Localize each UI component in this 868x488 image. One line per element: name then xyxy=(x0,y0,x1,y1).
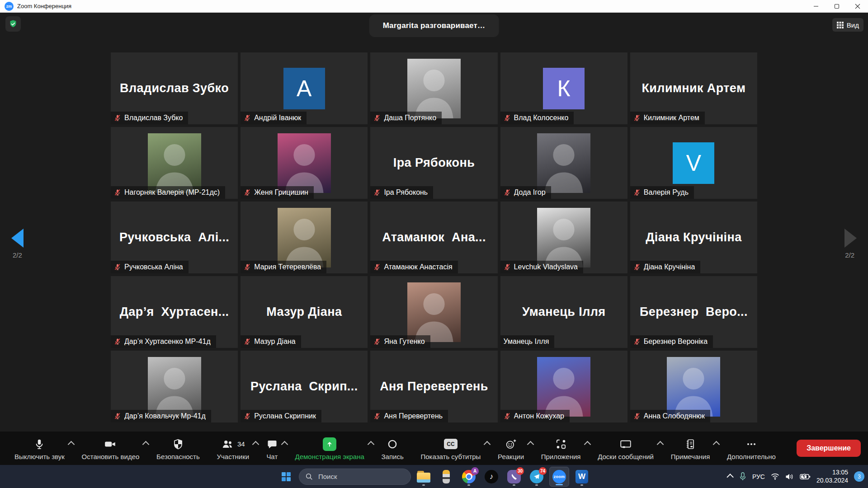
window-title: Zoom Конференция xyxy=(17,3,71,9)
participant-tile[interactable]: Женя Грицишин xyxy=(241,127,368,199)
start-button[interactable] xyxy=(276,467,296,487)
participant-video xyxy=(537,357,590,417)
participant-name-label: Мария Тетеревлёва xyxy=(241,261,326,273)
toolbar-video-button[interactable]: Остановить видео xyxy=(75,436,147,460)
notification-count-badge[interactable]: 3 xyxy=(854,471,864,482)
battery-indicator[interactable] xyxy=(800,474,811,480)
taskbar-zoom-icon[interactable]: zoom xyxy=(549,467,569,487)
video-options-caret[interactable] xyxy=(142,441,150,448)
encryption-shield-button[interactable] xyxy=(5,16,21,32)
participant-display-name: Березнер Веро... xyxy=(640,305,748,319)
participant-tile[interactable]: Ручковська Алі...Ручковська Аліна xyxy=(111,202,238,273)
participant-avatar: К xyxy=(543,68,585,109)
muted-mic-icon xyxy=(504,413,511,420)
participant-display-name: Мазур Діана xyxy=(266,305,342,319)
language-indicator[interactable]: РУС xyxy=(752,473,765,480)
search-input[interactable] xyxy=(317,472,396,481)
toolbar-reactions-label: Реакции xyxy=(498,453,524,460)
participant-tile[interactable]: Дар’я Ковальчук Мр-41д xyxy=(111,351,238,422)
toolbar-whiteboard-button[interactable]: Доски сообщений xyxy=(590,436,661,460)
window-titlebar: zm Zoom Конференция xyxy=(0,0,868,13)
participant-tile[interactable]: Діана КручінінаДіана Кручініна xyxy=(630,202,757,273)
toolbar-mute-button[interactable]: Выключить звук xyxy=(7,436,72,460)
participant-tile[interactable]: Анна Слободянюк xyxy=(630,351,757,422)
end-meeting-button[interactable]: Завершение xyxy=(797,440,861,457)
cc-options-caret[interactable] xyxy=(484,441,491,448)
whiteboard-options-caret[interactable] xyxy=(657,441,664,448)
muted-mic-icon xyxy=(373,338,381,345)
toolbar-cc-button[interactable]: CCПоказать субтитры xyxy=(413,436,488,460)
participant-name-text: Валерія Рудь xyxy=(644,188,689,197)
taskbar-search[interactable] xyxy=(299,469,411,485)
maximize-button[interactable] xyxy=(826,0,847,12)
participant-avatar: V xyxy=(673,142,714,184)
taskbar-explorer-icon[interactable] xyxy=(414,467,434,487)
taskbar-telegram-icon[interactable]: 74 xyxy=(527,467,547,487)
participant-name-text: Дар’я Ковальчук Мр-41д xyxy=(124,412,206,420)
participant-tile[interactable]: Нагорняк Валерія (МР-21дс) xyxy=(111,127,238,199)
view-button[interactable]: Вид xyxy=(832,18,863,32)
close-button[interactable] xyxy=(847,0,868,12)
participant-tile[interactable]: Уманець ІлляУманець Ілля xyxy=(500,276,627,348)
taskbar-tiktok-icon[interactable]: ♪ xyxy=(481,467,501,487)
toolbar-apps-button[interactable]: Приложения xyxy=(534,436,588,460)
tray-show-hidden-icons[interactable] xyxy=(728,474,733,479)
toolbar-record-button[interactable]: Запись xyxy=(374,436,411,460)
participant-tile[interactable]: Яна Гутенко xyxy=(370,276,497,348)
participant-tile[interactable]: Мария Тетеревлёва xyxy=(241,202,368,273)
participant-tile[interactable]: VВалерія Рудь xyxy=(630,127,757,199)
toolbar-notes-button[interactable]: Примечания xyxy=(664,436,717,460)
participant-tile[interactable]: КВлад Колосенко xyxy=(500,52,627,124)
participant-tile[interactable]: Іра РябоконьІра Рябоконь xyxy=(370,127,497,199)
participant-tile[interactable]: Дода Ігор xyxy=(500,127,627,199)
participant-tile[interactable]: Дар’я Хуртасен...Дар’я Хуртасенко МР-41д xyxy=(111,276,238,348)
participant-tile[interactable]: Аня ПеревертеньАня Перевертень xyxy=(370,351,497,422)
chat-icon xyxy=(266,438,278,450)
participant-tile[interactable]: ААндрій Іванюк xyxy=(241,52,368,124)
apps-options-caret[interactable] xyxy=(584,441,591,448)
tray-microphone-indicator[interactable] xyxy=(739,472,746,481)
taskbar-viber-icon[interactable]: 30 xyxy=(504,467,524,487)
toolbar-record-label: Запись xyxy=(382,453,404,460)
toolbar-reactions-button[interactable]: Реакции xyxy=(491,436,531,460)
share-screen-icon xyxy=(323,437,336,451)
participant-display-name: Уманець Ілля xyxy=(522,305,605,319)
chat-options-caret[interactable] xyxy=(281,441,288,448)
mute-options-caret[interactable] xyxy=(68,441,75,448)
tray-clock[interactable]: 13:05 20.03.2024 xyxy=(816,469,848,484)
participant-name-text: Андрій Іванюк xyxy=(254,114,301,122)
participant-tile[interactable]: Атаманюк Ана...Атаманюк Анастасія xyxy=(370,202,497,273)
chrome-running-indicator xyxy=(467,484,470,486)
wifi-indicator[interactable] xyxy=(771,473,779,480)
reactions-options-caret[interactable] xyxy=(527,441,534,448)
telegram-notification-badge: 74 xyxy=(539,467,547,475)
battery-charging-icon xyxy=(800,474,811,480)
taskbar-aimp-icon[interactable] xyxy=(436,467,456,487)
toolbar-chat-button[interactable]: Чат xyxy=(259,436,285,460)
notes-options-caret[interactable] xyxy=(713,441,720,448)
participant-tile[interactable]: Березнер Веро...Березнер Вероніка xyxy=(630,276,757,348)
taskbar-chrome-icon[interactable]: A xyxy=(459,467,479,487)
tray-time: 13:05 xyxy=(832,469,848,477)
minimize-button[interactable] xyxy=(806,0,826,12)
toolbar-whiteboard-label: Доски сообщений xyxy=(598,453,654,460)
toolbar-participants-button[interactable]: 34Участники xyxy=(209,436,256,460)
toolbar-security-button[interactable]: Безопасность xyxy=(149,436,207,460)
participant-tile[interactable]: Килимник АртемКилимник Артем xyxy=(630,52,757,124)
share-options-caret[interactable] xyxy=(368,441,375,448)
participant-tile[interactable]: Владислав ЗубкоВладислав Зубко xyxy=(111,52,238,124)
participants-options-caret[interactable] xyxy=(252,441,259,448)
taskbar-word-icon[interactable]: W xyxy=(572,467,592,487)
word-icon: W xyxy=(575,469,589,484)
participant-tile[interactable]: Мазур ДіанаМазур Діана xyxy=(241,276,368,348)
participant-tile[interactable]: Даша Портянко xyxy=(370,52,497,124)
participant-tile[interactable]: Руслана Скрип...Руслана Скрипник xyxy=(241,351,368,422)
next-page-arrow[interactable] xyxy=(844,229,857,248)
participant-tile[interactable]: Levchuk Vladyslava xyxy=(500,202,627,273)
toolbar-share-button[interactable]: Демонстрация экрана xyxy=(288,436,372,460)
participant-tile[interactable]: Антон Кожухар xyxy=(500,351,627,422)
previous-page-arrow[interactable] xyxy=(11,229,24,248)
toolbar-more-button[interactable]: Дополнительно xyxy=(720,436,783,460)
volume-indicator[interactable] xyxy=(785,473,794,480)
close-icon xyxy=(855,4,860,9)
